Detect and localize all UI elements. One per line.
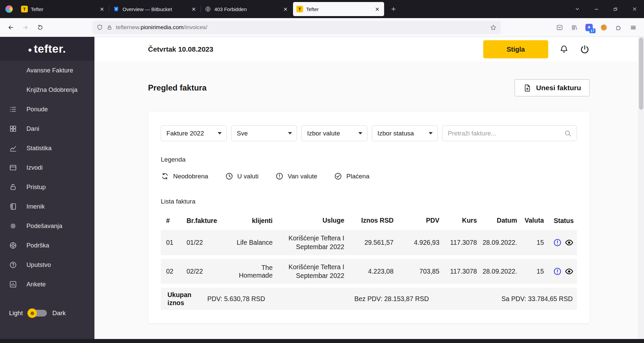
cell-client: The Homemade [218, 264, 273, 279]
sidebar-item-podrska[interactable]: Podrška [0, 236, 94, 255]
sidebar-item-label: Dani [26, 125, 39, 132]
sidebar-item-ponude[interactable]: Ponude [0, 100, 94, 119]
chart-icon [9, 144, 17, 152]
sidebar-item-dani[interactable]: Dani [0, 119, 94, 138]
cookie-extension-icon[interactable] [597, 21, 611, 34]
tab-title: Tefter [306, 6, 370, 12]
help-icon [9, 261, 17, 269]
sidebar-item-statistika[interactable]: Statistika [0, 138, 94, 158]
eye-icon[interactable] [565, 238, 574, 247]
chevron-down-icon [288, 132, 292, 134]
status-filter-dropdown[interactable]: Izbor statusa [372, 125, 438, 141]
extension-icon[interactable]: ✦ 17 [582, 21, 596, 34]
browser-tab[interactable]: 403 Forbidden [201, 2, 292, 16]
column-header: Iznos RSD [344, 216, 393, 225]
sidebar-item-label: Ankete [26, 281, 46, 288]
cell-vat: 4.926,93 [393, 238, 439, 247]
app-header: Četvrtak 10.08.2023 Stigla [94, 37, 644, 62]
exclamation-circle-icon[interactable] [553, 238, 562, 247]
sidebar-item-izvodi[interactable]: Izvodi [0, 158, 94, 177]
invoice-list-title: Lista faktura [161, 198, 577, 205]
cell-service: Korišćenje Teftera I Septembar 2022 [273, 234, 344, 251]
cell-term: 15 [517, 267, 544, 276]
sidebar-item-ankete[interactable]: Ankete [0, 275, 94, 294]
shield-icon[interactable] [96, 24, 103, 31]
exclamation-icon [275, 172, 284, 180]
puzzle-extensions-icon[interactable] [612, 21, 625, 34]
legend-item-u-valuti: U valuti [225, 172, 259, 180]
tab-close-icon[interactable] [373, 5, 381, 13]
page-title: Pregled faktura [148, 83, 207, 93]
bookmark-star-icon[interactable] [490, 24, 497, 31]
profile-avatar-icon[interactable] [5, 5, 13, 13]
window-restore-icon[interactable] [606, 0, 625, 18]
invoices-table: # Br.fakture klijenti Usluge Iznos RSD P… [161, 211, 577, 310]
scrollbar-thumb[interactable] [639, 38, 643, 110]
browser-tab[interactable]: Overview — Bitbucket [110, 2, 201, 16]
power-icon[interactable] [580, 44, 590, 54]
check-icon [334, 172, 342, 180]
cell-term: 15 [517, 238, 544, 247]
search-icon[interactable] [564, 129, 572, 137]
cell-amount: 29.561,57 [344, 238, 393, 247]
hamburger-menu-icon[interactable] [627, 21, 640, 34]
legend-item-placena: Plaćena [334, 172, 369, 180]
url-subdomain: tefternew. [116, 24, 141, 31]
theme-toggle: Light Dark [0, 309, 94, 317]
cell-invoice-number: 01/22 [179, 239, 218, 246]
theme-switch-knob[interactable] [27, 308, 37, 318]
sidebar-item-uputstvo[interactable]: Uputstvo [0, 255, 94, 275]
forward-icon[interactable] [19, 21, 32, 34]
tefter-logo[interactable]: tefter. [0, 37, 94, 61]
lock-icon[interactable] [106, 24, 113, 31]
search-box [442, 125, 577, 141]
browser-tab-active[interactable]: T Tefter [293, 2, 384, 16]
library-icon[interactable] [568, 21, 581, 34]
legend-label: Neodobrena [173, 173, 208, 180]
tab-title: 403 Forbidden [214, 6, 279, 12]
theme-switch[interactable] [28, 310, 47, 317]
browser-toolbar: tefternew.pionirimedia.com/invoices/ ✦ 1… [0, 18, 644, 37]
bell-icon[interactable] [559, 44, 569, 54]
browser-tab[interactable]: T Tefter [18, 2, 109, 16]
sidebar-item-label: Knjižna Odobrenja [26, 86, 77, 94]
reload-icon[interactable] [33, 21, 47, 34]
pocket-icon[interactable] [553, 21, 566, 34]
add-invoice-button[interactable]: Unesi fakturu [514, 79, 590, 97]
url-domain: pionirimedia.com [141, 24, 184, 31]
new-tab-button[interactable] [387, 3, 400, 15]
column-header: Usluge [273, 216, 344, 225]
eye-icon[interactable] [565, 267, 574, 276]
stigla-button[interactable]: Stigla [483, 40, 548, 58]
tab-title: Tefter [31, 6, 95, 12]
search-input[interactable] [448, 130, 564, 137]
sidebar-item-podesavanja[interactable]: Podešavanja [0, 216, 94, 236]
theme-dark-label: Dark [52, 309, 66, 317]
back-icon[interactable] [4, 21, 17, 34]
cell-num: 02 [161, 268, 179, 275]
currency-filter-dropdown[interactable]: Izbor valute [301, 125, 367, 141]
tefter-favicon: T [21, 6, 28, 12]
filters-row: Fakture 2022 Sve Izbor valute Izbor [161, 125, 577, 141]
cell-num: 01 [161, 239, 179, 246]
sidebar-item-knjizna-odobrenja[interactable]: Knjižna Odobrenja [0, 80, 94, 100]
exclamation-circle-icon[interactable] [553, 267, 562, 276]
main-content: Četvrtak 10.08.2023 Stigla Pregled faktu… [94, 37, 644, 343]
url-bar[interactable]: tefternew.pionirimedia.com/invoices/ [92, 21, 501, 34]
sidebar-item-avansne-fakture[interactable]: Avansne Fakture [0, 61, 94, 80]
sidebar-item-label: Imenik [26, 203, 45, 210]
year-filter-dropdown[interactable]: Fakture 2022 [161, 125, 227, 141]
bitbucket-favicon [113, 6, 120, 12]
tab-close-icon[interactable] [98, 5, 105, 13]
client-filter-dropdown[interactable]: Sve [231, 125, 297, 141]
list-all-tabs-icon[interactable] [568, 0, 587, 18]
logo-text: tefter. [34, 42, 66, 55]
tab-close-icon[interactable] [282, 5, 289, 13]
page-scrollbar[interactable] [638, 37, 644, 339]
tab-close-icon[interactable] [190, 5, 197, 13]
window-close-icon[interactable] [625, 0, 644, 18]
sidebar-item-imenik[interactable]: Imenik [0, 197, 94, 216]
legend-label: Van valute [288, 173, 317, 180]
sidebar-item-pristup[interactable]: Pristup [0, 177, 94, 197]
window-minimize-icon[interactable] [587, 0, 606, 18]
